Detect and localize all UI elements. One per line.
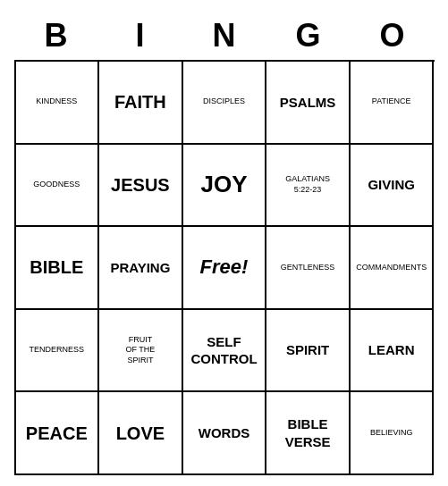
- cell-label: JOY: [200, 170, 247, 200]
- bingo-cell: GALATIANS 5:22-23: [266, 145, 351, 228]
- bingo-cell: LOVE: [99, 392, 183, 475]
- cell-label: PATIENCE: [372, 96, 411, 107]
- cell-label: Free!: [200, 256, 249, 279]
- bingo-card: BINGO KINDNESSFAITHDISCIPLESPSALMSPATIEN…: [14, 11, 435, 475]
- bingo-cell: BELIEVING: [351, 392, 435, 475]
- cell-label: PRAYING: [110, 259, 170, 277]
- bingo-grid: KINDNESSFAITHDISCIPLESPSALMSPATIENCEGOOD…: [14, 60, 435, 475]
- bingo-cell: PEACE: [16, 392, 100, 475]
- bingo-cell: DISCIPLES: [183, 62, 267, 145]
- cell-label: BIBLE: [30, 256, 83, 279]
- cell-label: WORDS: [199, 424, 250, 442]
- cell-label: JESUS: [111, 173, 170, 197]
- header-letter: I: [98, 11, 182, 60]
- cell-label: COMMANDMENTS: [356, 263, 427, 273]
- cell-label: SPIRIT: [286, 341, 329, 359]
- bingo-cell: GENTLENESS: [266, 227, 351, 310]
- bingo-cell: FAITH: [99, 62, 183, 145]
- bingo-cell: WORDS: [183, 392, 267, 475]
- cell-label: TENDERNESS: [30, 345, 85, 356]
- bingo-cell: KINDNESS: [16, 62, 100, 145]
- cell-label: GOODNESS: [33, 180, 80, 190]
- bingo-cell: PATIENCE: [351, 62, 435, 145]
- cell-label: BIBLE VERSE: [285, 415, 331, 450]
- cell-label: GIVING: [368, 176, 415, 194]
- cell-label: GENTLENESS: [281, 263, 335, 273]
- header-letter: G: [266, 11, 351, 60]
- bingo-cell: JESUS: [99, 145, 183, 228]
- cell-label: BELIEVING: [370, 428, 413, 439]
- bingo-cell: COMMANDMENTS: [351, 227, 435, 310]
- header-letter: O: [351, 11, 435, 60]
- header-letter: B: [14, 11, 98, 60]
- bingo-cell: Free!: [183, 227, 267, 310]
- bingo-cell: SELF CONTROL: [183, 310, 267, 393]
- bingo-cell: FRUIT OF THE SPIRIT: [99, 310, 183, 393]
- bingo-cell: TENDERNESS: [16, 310, 100, 393]
- cell-label: PSALMS: [280, 94, 336, 112]
- cell-label: FRUIT OF THE SPIRIT: [125, 335, 155, 366]
- cell-label: LOVE: [116, 422, 165, 445]
- cell-label: GALATIANS 5:22-23: [285, 174, 330, 195]
- bingo-cell: PSALMS: [266, 62, 351, 145]
- bingo-cell: LEARN: [351, 310, 435, 393]
- bingo-cell: SPIRIT: [266, 310, 351, 393]
- bingo-cell: GIVING: [351, 145, 435, 228]
- header-letter: N: [182, 11, 266, 60]
- bingo-cell: BIBLE: [16, 227, 100, 310]
- cell-label: LEARN: [368, 341, 415, 359]
- bingo-cell: JOY: [183, 145, 267, 228]
- cell-label: KINDNESS: [36, 96, 77, 107]
- bingo-cell: GOODNESS: [16, 145, 100, 228]
- bingo-cell: PRAYING: [99, 227, 183, 310]
- bingo-header: BINGO: [14, 11, 435, 60]
- bingo-cell: BIBLE VERSE: [266, 392, 351, 475]
- cell-label: FAITH: [114, 90, 166, 113]
- cell-label: PEACE: [26, 422, 88, 445]
- cell-label: DISCIPLES: [203, 96, 245, 107]
- cell-label: SELF CONTROL: [190, 333, 257, 368]
